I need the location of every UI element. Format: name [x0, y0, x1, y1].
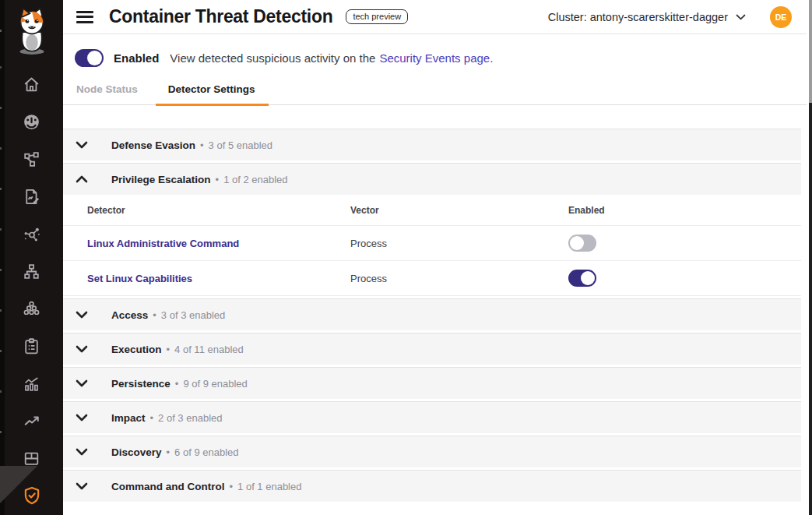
page-title: Container Threat Detection [109, 6, 332, 27]
category-name: Execution [111, 344, 162, 355]
sidebar-item-cluster[interactable] [0, 290, 63, 327]
chevron-up-icon [76, 175, 88, 183]
detector-vector: Process [350, 238, 387, 249]
bullet-separator: • [216, 174, 220, 185]
bullet-separator: • [150, 412, 154, 424]
category-row-execution[interactable]: Execution • 4 of 11 enabled [63, 333, 801, 365]
infrastructure-icon [22, 262, 41, 281]
analytics-icon [22, 374, 41, 393]
category-name: Impact [111, 412, 146, 424]
category-row-persistence[interactable]: Persistence • 9 of 9 enabled [63, 367, 801, 399]
detector-link-linux-administrative-command[interactable]: Linux Administrative Command [87, 238, 239, 249]
category-name: Discovery [111, 446, 162, 458]
chevron-down-icon [76, 345, 88, 353]
sidebar-item-dashboards[interactable] [0, 103, 63, 140]
sidebar-item-checklist[interactable] [0, 327, 63, 365]
table-row: Set Linux Capabilities Process [63, 261, 801, 296]
bullet-separator: • [153, 309, 156, 321]
tab-detector-settings[interactable]: Detector Settings [156, 83, 269, 106]
cat-mascot-icon [11, 6, 53, 55]
sidebar-item-service-map[interactable] [0, 215, 63, 252]
chevron-down-icon [76, 414, 88, 422]
security-events-link[interactable]: Security Events page. [379, 51, 493, 65]
category-summary: 9 of 9 enabled [183, 378, 247, 390]
category-summary: 1 of 2 enabled [223, 174, 287, 185]
sidebar-item-trends[interactable] [0, 402, 63, 439]
sidebar-corner-fold [0, 466, 37, 503]
scrollbar[interactable] [809, 0, 812, 515]
network-map-icon [22, 150, 41, 169]
status-description: View detected suspicious activity on the [170, 51, 375, 65]
chevron-down-icon [76, 448, 88, 456]
cluster-selector[interactable]: Cluster: antony-scarerskitter-dagger [548, 11, 746, 23]
package-icon [22, 449, 41, 468]
category-row-privilege-escalation[interactable]: Privilege Escalation • 1 of 2 enabled [63, 163, 801, 195]
service-map-icon [22, 224, 41, 244]
sidebar-item-analytics[interactable] [0, 365, 63, 402]
category-name: Persistence [111, 378, 170, 390]
detector-vector: Process [350, 273, 387, 284]
checklist-icon [22, 337, 41, 356]
detector-link-set-linux-capabilities[interactable]: Set Linux Capabilities [87, 273, 192, 284]
bullet-separator: • [167, 344, 170, 355]
sidebar-item-home[interactable] [0, 65, 63, 103]
chevron-down-icon [76, 482, 88, 490]
category-summary: 4 of 11 enabled [174, 344, 244, 355]
sidebar-item-network-map[interactable] [0, 140, 63, 178]
app-window: Container Threat Detection tech preview … [0, 0, 812, 515]
category-row-defense-evasion[interactable]: Defense Evasion • 3 of 5 enabled [63, 129, 801, 160]
detection-status-row: Enabled View detected suspicious activit… [63, 48, 807, 68]
category-name: Command and Control [111, 481, 225, 492]
home-icon [22, 75, 41, 94]
chevron-down-icon [736, 14, 746, 20]
tech-preview-badge: tech preview [346, 9, 408, 24]
category-name: Privilege Escalation [111, 174, 211, 185]
detector-toggle[interactable] [568, 270, 596, 287]
category-summary: 1 of 1 enabled [237, 481, 301, 492]
chevron-down-icon [76, 311, 88, 319]
detection-enabled-toggle[interactable] [75, 49, 104, 67]
category-row-access[interactable]: Access • 3 of 3 enabled [63, 298, 801, 330]
bullet-separator: • [175, 378, 179, 390]
bullet-separator: • [200, 139, 204, 151]
tab-node-status[interactable]: Node Status [76, 83, 138, 104]
category-summary: 2 of 3 enabled [158, 412, 222, 424]
enabled-label: Enabled [114, 51, 159, 65]
main-area: Container Threat Detection tech preview … [63, 0, 807, 515]
sidebar [0, 0, 63, 515]
dashboard-gauge-icon [22, 112, 41, 132]
notebook-icon [22, 187, 41, 206]
chevron-down-icon [76, 379, 88, 387]
category-summary: 3 of 5 enabled [209, 139, 272, 151]
category-row-impact[interactable]: Impact • 2 of 3 enabled [63, 401, 801, 433]
cluster-label: Cluster: antony-scarerskitter-dagger [548, 11, 728, 23]
user-avatar[interactable]: DE [770, 6, 792, 28]
detector-table: Detector Vector Enabled Linux Administra… [63, 195, 801, 296]
table-row: Linux Administrative Command Process [63, 226, 801, 261]
category-name: Access [111, 309, 148, 321]
category-row-discovery[interactable]: Discovery • 6 of 9 enabled [63, 436, 801, 467]
category-name: Defense Evasion [111, 139, 195, 151]
sidebar-nav [0, 65, 63, 514]
top-bar: Container Threat Detection tech preview … [63, 0, 807, 34]
chevron-down-icon [76, 141, 88, 149]
bullet-separator: • [230, 481, 234, 492]
detector-toggle[interactable] [568, 235, 596, 252]
category-summary: 6 of 9 enabled [174, 446, 238, 458]
bullet-separator: • [167, 446, 170, 458]
sidebar-item-infrastructure[interactable] [0, 252, 63, 290]
column-header-vector: Vector [350, 205, 568, 216]
detector-table-header: Detector Vector Enabled [63, 195, 801, 226]
detector-settings-panel: Defense Evasion • 3 of 5 enabled Privile… [63, 129, 807, 502]
trend-icon [22, 411, 41, 431]
app-logo[interactable] [0, 6, 63, 58]
category-summary: 3 of 3 enabled [161, 309, 225, 321]
cluster-icon [22, 299, 41, 319]
tab-bar: Node Status Detector Settings [63, 78, 807, 105]
sidebar-item-notebooks[interactable] [0, 178, 63, 215]
category-row-command-and-control[interactable]: Command and Control • 1 of 1 enabled [63, 470, 801, 502]
column-header-enabled: Enabled [568, 205, 801, 216]
column-header-detector: Detector [63, 205, 350, 216]
menu-icon[interactable] [76, 11, 93, 23]
